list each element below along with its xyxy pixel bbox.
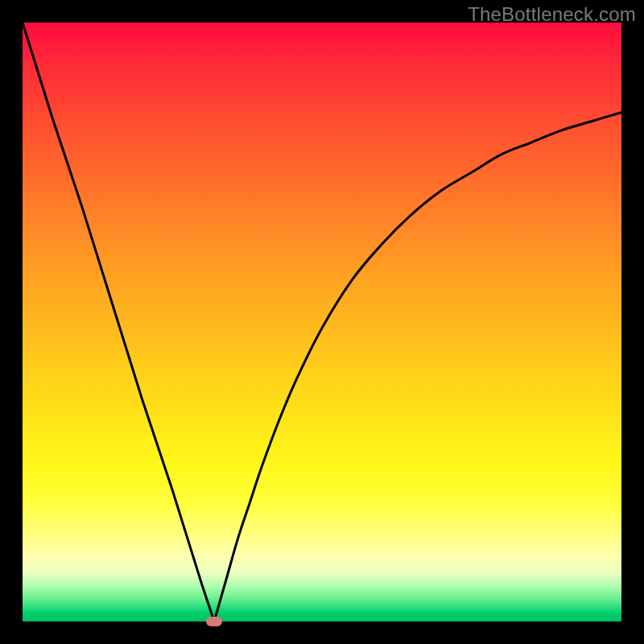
bottleneck-curve [23, 23, 621, 621]
minimum-marker [206, 617, 222, 626]
curve-right-branch [214, 113, 621, 621]
watermark-text: TheBottleneck.com [468, 3, 636, 26]
plot-area [23, 23, 621, 621]
curve-left-branch [23, 23, 214, 621]
chart-frame: TheBottleneck.com [0, 0, 644, 644]
